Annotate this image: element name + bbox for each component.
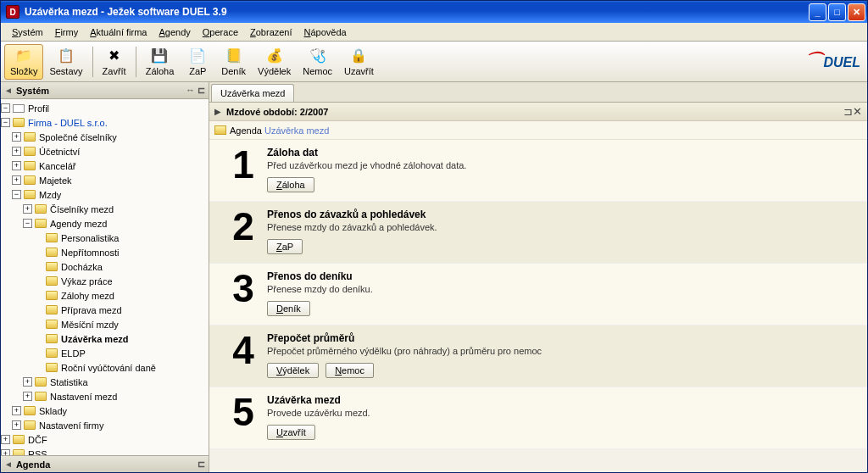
tab-strip: Uzávěrka mezd [209, 82, 867, 103]
tb-nemoc[interactable]: 🩺Nemoc [297, 44, 338, 80]
app-icon: D [6, 5, 19, 19]
menu-zobrazen[interactable]: Zobrazení [244, 25, 298, 39]
tree-item[interactable]: Zálohy mezd [1, 288, 207, 303]
tree-toggle-icon[interactable]: − [12, 190, 21, 199]
tree-toggle-icon[interactable]: + [23, 377, 32, 387]
tree-toggle-icon[interactable]: + [12, 147, 21, 156]
side-panel-footer[interactable]: ◄ Agenda ⊏ [1, 455, 209, 472]
tree-item[interactable]: −Profil [1, 101, 207, 115]
tree-item[interactable]: Nepřítomnosti [1, 245, 207, 259]
close-button[interactable]: ✕ [848, 3, 865, 21]
menu-firmy[interactable]: Firmy [49, 25, 85, 39]
folder-icon [45, 304, 58, 316]
tree-toggle-icon[interactable]: − [23, 219, 32, 228]
tree-toggle-icon[interactable]: + [12, 175, 21, 185]
menu-npovda[interactable]: Nápověda [298, 25, 353, 39]
tree-item[interactable]: Docházka [1, 259, 207, 274]
tree-item[interactable]: Uzávěrka mezd [1, 331, 207, 346]
tree-item[interactable]: +Majetek [1, 173, 207, 187]
step-button[interactable]: ZaP [267, 239, 303, 254]
tree-item[interactable]: Personalistika [1, 231, 207, 245]
tree-item[interactable]: +DČF [1, 432, 207, 447]
tree-item[interactable]: ELDP [1, 346, 207, 360]
tree-toggle-icon[interactable]: + [1, 449, 10, 455]
menu-operace[interactable]: Operace [197, 25, 244, 39]
maximize-button[interactable]: □ [828, 3, 846, 21]
step-button[interactable]: Deník [267, 301, 310, 316]
tree-label: Účetnictví [39, 147, 80, 157]
tree-label: Příprava mezd [61, 305, 122, 315]
tb-denk[interactable]: 📒Deník [215, 44, 252, 80]
folder-icon [214, 125, 226, 135]
step-number: 5 [220, 392, 267, 440]
tree-toggle-icon[interactable]: + [12, 420, 21, 430]
sestavy-icon: 📋 [58, 47, 75, 64]
tree-toggle-icon[interactable]: + [1, 435, 10, 444]
tree-item[interactable]: −Firma - DUEL s.r.o. [1, 115, 207, 130]
tree-item[interactable]: −Mzdy [1, 187, 207, 202]
folder-icon [34, 391, 47, 403]
tree-item[interactable]: +Číselníky mezd [1, 202, 207, 216]
step-button[interactable]: Nemoc [326, 363, 374, 378]
tree-item[interactable]: +RSS [1, 447, 207, 455]
tree-item[interactable]: +Nastavení mezd [1, 389, 207, 403]
tb-zavt[interactable]: ✖Zavřít [97, 44, 132, 80]
menu-aktulnfirma[interactable]: Aktuální firma [84, 25, 153, 39]
pin-icon[interactable]: ⊏ [198, 459, 205, 470]
step-button[interactable]: Uzavřít [267, 425, 315, 440]
agenda-link[interactable]: Uzávěrka mezd [264, 125, 329, 136]
tree-item[interactable]: +Statistika [1, 375, 207, 389]
tree-label: Personalistika [61, 233, 119, 243]
tree-toggle-icon[interactable]: − [1, 103, 10, 113]
folder-icon [45, 348, 58, 359]
step-button[interactable]: Výdělek [267, 363, 319, 378]
folder-icon [45, 275, 58, 287]
tb-sloky[interactable]: 📁Složky [4, 44, 43, 80]
tb-zap[interactable]: 📄ZaP [180, 44, 215, 80]
step-button[interactable]: Záloha [267, 177, 314, 192]
tb-vdlek[interactable]: 💰Výdělek [252, 44, 297, 80]
výdělek-icon: 💰 [266, 47, 283, 64]
nav-tree: −Profil−Firma - DUEL s.r.o.+Společné čís… [1, 99, 209, 455]
folder-icon [12, 117, 25, 129]
menu-systm[interactable]: Systém [6, 25, 49, 39]
folder-icon [23, 160, 36, 172]
zavřít-icon: ✖ [106, 47, 123, 64]
tree-toggle-icon[interactable]: + [23, 392, 32, 401]
tree-item[interactable]: Výkaz práce [1, 274, 207, 288]
tree-item[interactable]: +Účetnictví [1, 144, 207, 159]
tb-sestavy[interactable]: 📋Sestavy [43, 44, 88, 80]
tab-uzaverka[interactable]: Uzávěrka mezd [211, 84, 294, 102]
tree-label: Nastavení mezd [50, 392, 117, 402]
step-5: 5Uzávěrka mezdProvede uzávěrku mezd.Uzav… [209, 387, 867, 449]
tree-toggle-icon[interactable]: + [12, 406, 21, 415]
tree-item[interactable]: Měsíční mzdy [1, 317, 207, 331]
collapse-arrow-icon: ◄ [4, 459, 13, 469]
step-title: Uzávěrka mezd [267, 394, 857, 406]
tree-item[interactable]: +Sklady [1, 403, 207, 418]
side-panel: ◄ Systém ↔ ⊏ −Profil−Firma - DUEL s.r.o.… [1, 82, 209, 472]
tb-zloha[interactable]: 💾Záloha [140, 44, 181, 80]
tree-item[interactable]: −Agendy mezd [1, 216, 207, 231]
toolbar-separator [136, 47, 136, 77]
tree-item[interactable]: +Kancelář [1, 159, 207, 173]
tree-toggle-icon[interactable]: + [23, 204, 32, 214]
close-panel-icon[interactable]: ⊐✕ [843, 105, 862, 118]
tree-toggle-icon[interactable]: − [1, 118, 10, 127]
folder-icon [45, 290, 58, 302]
folder-icon [45, 232, 58, 244]
tree-item[interactable]: +Nastavení firmy [1, 418, 207, 432]
tree-item[interactable]: +Společné číselníky [1, 130, 207, 144]
side-panel-header[interactable]: ◄ Systém ↔ ⊏ [1, 82, 209, 99]
triangle-icon: ▶ [214, 107, 221, 116]
pin-icon[interactable]: ↔ ⊏ [186, 85, 205, 96]
tree-item[interactable]: Roční vyúčtování daně [1, 360, 207, 375]
tree-label: Nepřítomnosti [61, 248, 119, 258]
tree-item[interactable]: Příprava mezd [1, 303, 207, 317]
folder-icon [45, 319, 58, 331]
menu-agendy[interactable]: Agendy [153, 25, 196, 39]
tree-toggle-icon[interactable]: + [12, 132, 21, 142]
minimize-button[interactable]: _ [809, 3, 826, 21]
tb-uzavt[interactable]: 🔒Uzavřít [338, 44, 380, 80]
tree-toggle-icon[interactable]: + [12, 161, 21, 170]
